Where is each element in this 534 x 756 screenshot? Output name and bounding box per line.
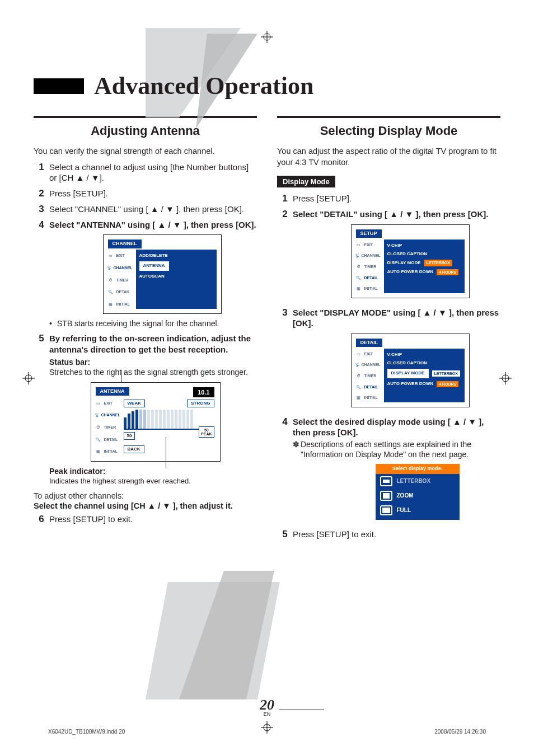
footer-date: 2008/05/29 14:26:30: [434, 729, 486, 735]
status-bar-desc: Stretches to the right as the signal str…: [49, 368, 248, 377]
display-mode-tab: Display Mode: [277, 176, 335, 187]
asterisk-icon: ✽: [293, 439, 301, 459]
to-adjust-other: To adjust other channels:: [34, 491, 257, 500]
r-step-5: Press [SETUP] to exit.: [293, 529, 500, 540]
step-number: 1: [277, 193, 293, 204]
peak-indicator: 50 PEAK: [199, 426, 214, 438]
step-number: 4: [34, 219, 49, 231]
antenna-intro: You can verify the signal strength of ea…: [34, 146, 257, 157]
step-number: 1: [34, 162, 49, 173]
osd-channel-number: 10.1: [193, 387, 214, 397]
full-icon: [380, 505, 392, 515]
step-5: By referring to the on-screen indication…: [49, 333, 257, 355]
r-step-4: Select the desired display mode using [ …: [293, 416, 500, 438]
right-column: Selecting Display Mode You can adjust th…: [267, 116, 500, 544]
step-number: 2: [34, 188, 49, 199]
osd-title: ANTENNA: [96, 387, 129, 396]
step-6: Press [SETUP] to exit.: [49, 514, 257, 525]
strong-label: STRONG: [187, 400, 214, 407]
step-number: 3: [277, 307, 293, 318]
step-number: 5: [34, 333, 49, 344]
step-number: 3: [34, 204, 49, 215]
osd-setup: SETUP ▭EXIT 📡CHANNEL ⏱TIMER 🔍DETAIL ▣INI…: [351, 224, 470, 298]
chapter-bar: [34, 78, 84, 94]
peak-desc: Indicates the highest strength ever reac…: [49, 477, 191, 485]
svg-marker-3: [179, 571, 274, 699]
r-step-3: Select "DISPLAY MODE" using [ ▲ / ▼ ], t…: [293, 307, 500, 329]
section-heading-display: Selecting Display Mode: [277, 124, 500, 138]
zoom-icon: [380, 491, 392, 501]
status-bar-label: Status bar:: [49, 358, 90, 367]
chapter-title: Advanced Operation: [94, 72, 313, 100]
registration-mark-right: [499, 372, 512, 384]
registration-mark-left: [22, 372, 35, 384]
step-number: 2: [277, 209, 293, 220]
r-step-2: Select "DETAIL" using [ ▲ / ▼ ], then pr…: [293, 209, 500, 220]
svg-marker-2: [146, 582, 280, 699]
osd-channel: CHANNEL ▭EXIT 📡CHANNEL ⏱TIMER 🔍DETAIL ▣I…: [103, 234, 222, 314]
osd-detail: DETAIL ▭EXIT 📡CHANNEL ⏱TIMER 🔍DETAIL ▣IN…: [351, 334, 470, 407]
step-3: Select "CHANNEL" using [ ▲ / ▼ ], then p…: [49, 204, 257, 215]
step-4-note: STB starts receiving the signal for the …: [57, 318, 219, 328]
step-number: 4: [277, 416, 293, 428]
footer-file: X6042UD_TB100MW9.indd 20: [48, 729, 125, 735]
step-number: 5: [277, 529, 293, 540]
weak-label: WEAK: [124, 400, 145, 407]
osd-title: CHANNEL: [108, 240, 142, 248]
select-channel-hint: Select the channel using [CH ▲ / ▼ ], th…: [34, 501, 257, 510]
current-value: 50: [124, 432, 135, 440]
page-number-rule: [279, 710, 324, 710]
osd-antenna: ANTENNA 10.1 ▭EXIT 📡CHANNEL ⏱TIMER 🔍DETA…: [91, 382, 221, 462]
osd-item-antenna: ANTENNA: [139, 261, 169, 270]
print-footer: X6042UD_TB100MW9.indd 20 2008/05/29 14:2…: [48, 729, 486, 735]
osd-title: DETAIL: [356, 339, 383, 348]
back-button: BACK: [124, 445, 144, 453]
peak-label: Peak indicator:: [49, 467, 105, 476]
page-number: 20 EN: [260, 697, 274, 717]
osd-select-header: Select display mode.: [376, 464, 460, 474]
left-column: Adjusting Antenna You can verify the sig…: [34, 116, 267, 544]
registration-mark-top: [261, 31, 273, 43]
step-4: Select "ANTENNA" using [ ▲ / ▼ ], then p…: [49, 219, 257, 231]
display-intro: You can adjust the aspect ratio of the d…: [277, 146, 500, 168]
letterbox-icon: [380, 476, 392, 486]
step-1: Select a channel to adjust using [the Nu…: [49, 162, 257, 184]
step-number: 6: [34, 514, 49, 525]
bullet-icon: •: [49, 318, 57, 328]
r-step-4-note: Descriptions of each settings are explai…: [301, 439, 500, 459]
r-step-1: Press [SETUP].: [293, 193, 500, 204]
osd-select-display-mode: Select display mode. LETTERBOX ZOOM FULL: [376, 464, 460, 520]
osd-item-display-mode: DISPLAY MODE: [387, 369, 429, 378]
osd-title: SETUP: [356, 229, 382, 238]
chapter-header: Advanced Operation: [34, 72, 500, 100]
step-2: Press [SETUP].: [49, 188, 257, 199]
section-heading-antenna: Adjusting Antenna: [34, 124, 257, 138]
